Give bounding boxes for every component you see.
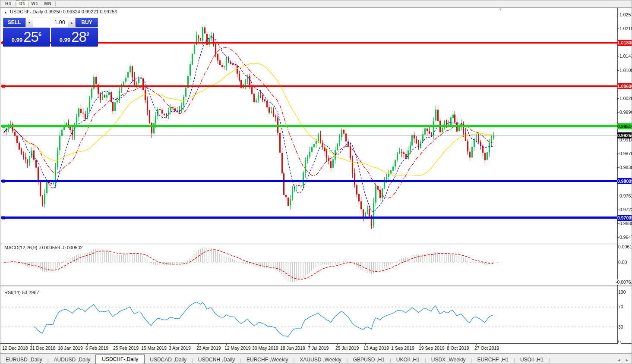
price-axis-label: 0.97230 <box>619 207 632 212</box>
price-badge-1.01806: 1.01806 <box>617 40 632 46</box>
volume-decrease-icon: ▼ <box>28 21 31 24</box>
price-axis-label: 0.97610 <box>619 193 632 198</box>
price-axis-label: 0.96850 <box>619 221 632 226</box>
hline-handle[interactable] <box>2 85 5 88</box>
volume-input[interactable]: 1.00 <box>33 18 68 27</box>
date-axis-label: 13 Aug 2019 <box>363 345 389 351</box>
price-axis[interactable]: 1.025701.021901.014301.010501.006601.002… <box>615 8 632 344</box>
price-axis-tick <box>617 70 619 71</box>
hline-handle[interactable] <box>2 179 5 182</box>
sell-button[interactable]: SELL <box>3 18 25 27</box>
buy-price-display[interactable]: 0.99 28 2 <box>51 28 98 47</box>
sell-price-prefix: 0.99 <box>12 37 22 43</box>
price-badge-0.99256: 0.99256 <box>617 132 632 138</box>
price-axis-tick <box>617 237 619 238</box>
volume-increase-icon: ▲ <box>70 21 73 24</box>
timeframe-button-d1[interactable]: D1 <box>16 1 28 7</box>
buy-price-sup: 2 <box>86 31 89 38</box>
price-axis-label: 0.99900 <box>619 110 632 115</box>
price-axis-label: 1.02190 <box>619 26 632 31</box>
tab-scroll-right-icon[interactable]: ► <box>625 358 629 362</box>
price-badge-0.97005: 0.97005 <box>617 215 632 221</box>
sell-price-big: 25 <box>23 29 38 45</box>
price-axis-tick <box>617 112 619 113</box>
tab-audusddaily[interactable]: AUDUSD-,Daily <box>49 355 96 364</box>
tab-separator: | <box>549 358 550 364</box>
price-axis-tick <box>617 167 619 168</box>
macd-label: MACD(12,26,9) -0.000559 -0.000502 <box>4 245 83 250</box>
chart-ohlc-values: 0.99250 0.99324 0.99221 0.99256 <box>44 9 117 14</box>
rsi-label: RSI(14) 53.2987 <box>4 290 39 295</box>
price-axis-tick <box>617 56 619 56</box>
rsi-indicator-canvas[interactable] <box>1 288 617 343</box>
timeframe-toolbar: H4D1W1MN <box>0 0 632 8</box>
price-axis-label: 1.01050 <box>619 68 632 73</box>
tab-gbpusdh1[interactable]: GBPUSD-,H1 <box>348 355 390 364</box>
price-axis-tick <box>617 28 619 29</box>
hline-pivot-green[interactable] <box>1 125 617 127</box>
date-axis-label: 23 Apr 2019 <box>196 345 221 351</box>
hline-support-2[interactable] <box>1 217 617 219</box>
tab-usoilh1[interactable]: USOil-,H1 <box>515 355 549 364</box>
one-click-trading-panel: SELL ▼ 1.00 ▲ BUY 0.99 25 6 0.99 28 2 <box>3 18 98 47</box>
tab-usdcaddaily[interactable]: USDCAD-,Daily <box>145 355 192 364</box>
hline-support-1[interactable] <box>1 180 617 182</box>
price-axis-tick <box>617 196 619 196</box>
price-axis-tick <box>617 154 619 154</box>
tab-usdcnhdaily[interactable]: USDCNH-,Daily <box>193 355 240 364</box>
volume-decrease-button[interactable]: ▼ <box>25 18 33 27</box>
macd-axis-label: 0.00 <box>618 260 627 265</box>
price-badge-1.00606: 1.00606 <box>617 83 632 89</box>
macd-axis-label: 0.00613 <box>618 244 632 249</box>
hline-resistance-2[interactable] <box>1 85 617 87</box>
date-axis-label: 6 Feb 2019 <box>85 345 108 351</box>
date-axis-label: 12 May 2019 <box>224 345 251 351</box>
rsi-axis-label: 30 <box>618 324 623 329</box>
toolbar-separator <box>55 1 56 6</box>
price-axis-label: 1.00280 <box>619 96 632 101</box>
macd-axis-label: -0.007612 <box>616 279 632 285</box>
chart-collapse-icon[interactable]: ▲ <box>4 10 7 14</box>
date-axis[interactable]: 12 Dec 201831 Dec 201818 Jan 20196 Feb 2… <box>0 344 632 353</box>
date-axis-label: 19 Sep 2019 <box>419 345 445 351</box>
price-badge-0.98009: 0.98009 <box>617 178 632 184</box>
chart-tab-bar: EURUSD-,Daily|AUDUSD-,DailyUSDCHF-,Daily… <box>0 353 632 364</box>
tab-scroll-left-icon[interactable]: ◄ <box>617 358 621 362</box>
tab-eurchfweekly[interactable]: EURCHF-,Weekly <box>241 355 293 364</box>
tab-usdchfdaily[interactable]: USDCHF-,Daily <box>95 355 145 364</box>
timeframe-button-h4[interactable]: H4 <box>2 1 14 7</box>
hline-handle[interactable] <box>2 216 5 219</box>
date-axis-label: 1 Sep 2019 <box>391 345 414 351</box>
price-axis-label: 0.98760 <box>619 151 632 156</box>
sell-price-display[interactable]: 0.99 25 6 <box>3 28 50 47</box>
date-axis-label: 30 May 2019 <box>252 345 278 351</box>
macd-indicator-canvas[interactable] <box>1 245 617 286</box>
price-axis-tick <box>617 140 619 140</box>
timeframe-button-w1[interactable]: W1 <box>28 1 41 7</box>
tab-ukoilh1[interactable]: UKOil-,H1 <box>391 355 425 364</box>
price-axis-tick <box>617 223 619 224</box>
timeframe-button-mn[interactable]: MN <box>41 1 55 7</box>
date-axis-label: 3 Apr 2019 <box>169 345 191 351</box>
rsi-axis-label: 100 <box>618 289 626 295</box>
tab-xauusdweekly[interactable]: XAUUSD-,Weekly <box>294 355 346 364</box>
volume-increase-button[interactable]: ▲ <box>68 18 76 27</box>
date-axis-label: 31 Dec 2018 <box>30 345 56 351</box>
tab-usdxweekly[interactable]: USDX-,Weekly <box>426 355 471 364</box>
chart-title: ▲ USDCHF-,Daily 0.99250 0.99324 0.99221 … <box>4 9 117 14</box>
chart-symbol-label: USDCHF-,Daily <box>10 9 43 14</box>
chart-shift-marker-icon[interactable]: ▼ <box>499 7 502 12</box>
tab-eurusddaily[interactable]: EURUSD-,Daily <box>0 355 47 364</box>
price-axis-label: 1.02570 <box>619 12 632 17</box>
date-axis-label: 18 Jun 2019 <box>280 345 305 351</box>
price-axis-tick <box>617 210 619 210</box>
date-axis-label: 25 Jul 2019 <box>335 345 359 351</box>
buy-button[interactable]: BUY <box>76 18 98 27</box>
pane-separator[interactable] <box>0 286 632 287</box>
tab-eurchfh1[interactable]: EURCHF-,H1 <box>472 355 514 364</box>
date-axis-label: 27 Oct 2019 <box>474 345 499 351</box>
price-axis-tick <box>617 98 619 99</box>
hline-handle[interactable] <box>2 125 5 128</box>
date-axis-label: 12 Dec 2018 <box>2 345 28 351</box>
buy-price-prefix: 0.99 <box>60 37 70 43</box>
